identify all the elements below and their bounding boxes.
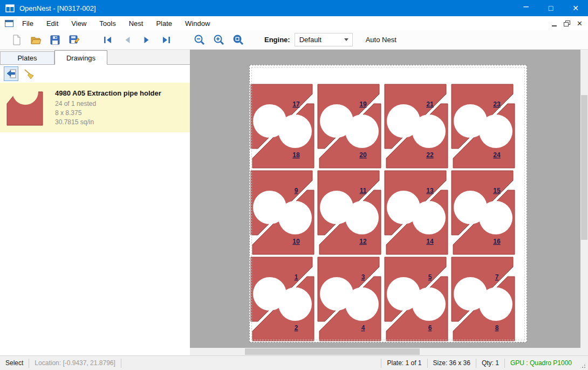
open-folder-icon bbox=[30, 34, 42, 46]
drawing-dimensions: 8 x 8.375 bbox=[55, 109, 161, 118]
nest-canvas[interactable]: 171819202122232491011121314151612345678 bbox=[190, 50, 588, 355]
engine-value: Default bbox=[295, 36, 344, 44]
part-number: 18 bbox=[292, 151, 300, 159]
part-number: 8 bbox=[495, 324, 499, 332]
nest-pair: 910 bbox=[251, 171, 314, 254]
vertical-scrollbar-thumb[interactable] bbox=[581, 95, 587, 240]
title-bar: OpenNest - [N0317-002] – □ ✕ bbox=[0, 0, 588, 16]
auto-nest-button[interactable]: Auto Nest bbox=[361, 32, 401, 47]
status-bar: Select Location: [-0.9437, 21.8796] Plat… bbox=[0, 355, 588, 370]
zoom-fit-button[interactable] bbox=[229, 32, 248, 48]
close-button[interactable]: ✕ bbox=[563, 0, 588, 16]
drawing-title: 4980 A05 Extraction pipe holder bbox=[55, 89, 161, 98]
zoom-fit-icon bbox=[232, 33, 245, 46]
first-plate-button[interactable] bbox=[98, 32, 118, 48]
last-plate-button[interactable] bbox=[156, 32, 176, 48]
menu-item-file[interactable]: File bbox=[16, 17, 40, 30]
zoom-out-button[interactable] bbox=[190, 32, 209, 48]
nav-previous-icon bbox=[121, 34, 133, 46]
main-toolbar: Engine: Default Auto Nest bbox=[0, 30, 588, 50]
horizontal-scrollbar[interactable] bbox=[190, 348, 580, 355]
part-notch bbox=[345, 201, 379, 234]
menu-item-view[interactable]: View bbox=[65, 17, 93, 30]
vertical-scrollbar[interactable] bbox=[580, 50, 588, 348]
nest-pair: 1920 bbox=[318, 84, 381, 168]
nav-next-icon bbox=[141, 34, 153, 46]
broom-icon bbox=[23, 68, 35, 80]
nest-pair: 1112 bbox=[318, 171, 381, 254]
part-notch bbox=[345, 115, 379, 148]
nav-first-icon bbox=[102, 34, 114, 46]
part-number: 2 bbox=[295, 324, 298, 332]
menu-bar: FileEditViewToolsNestPlateWindow ✕ bbox=[0, 16, 588, 30]
zoom-in-button[interactable] bbox=[209, 32, 229, 48]
import-drawing-button[interactable] bbox=[4, 66, 18, 81]
drawing-info: 4980 A05 Extraction pipe holder 24 of 1 … bbox=[55, 89, 161, 127]
zoom-out-icon bbox=[193, 33, 206, 46]
opennest-window: OpenNest - [N0317-002] – □ ✕ FileEditVie… bbox=[0, 0, 588, 370]
new-button[interactable] bbox=[6, 32, 26, 48]
part-notch bbox=[278, 201, 312, 234]
part-number: 13 bbox=[426, 187, 434, 194]
part-number: 20 bbox=[359, 151, 367, 159]
tab-drawings[interactable]: Drawings bbox=[54, 50, 107, 65]
import-drawing-icon bbox=[5, 68, 17, 80]
part-number: 11 bbox=[360, 187, 367, 194]
part-notch bbox=[278, 115, 312, 148]
status-gpu: GPU : Quadro P1000 bbox=[505, 359, 577, 367]
save-button[interactable] bbox=[45, 32, 65, 48]
mdi-minimize-icon[interactable] bbox=[552, 21, 557, 26]
nav-last-icon bbox=[160, 34, 172, 46]
zoom-in-icon bbox=[213, 33, 225, 46]
nest-pair: 2122 bbox=[385, 84, 448, 168]
part-number: 14 bbox=[426, 238, 434, 245]
status-plate: Plate: 1 of 1 bbox=[381, 359, 427, 367]
part-number: 23 bbox=[493, 100, 501, 108]
part-number: 12 bbox=[359, 238, 367, 245]
part-notch bbox=[479, 201, 512, 234]
mdi-child-icon[interactable] bbox=[5, 20, 13, 27]
nest-svg: 171819202122232491011121314151612345678 bbox=[250, 65, 527, 342]
open-button[interactable] bbox=[26, 32, 45, 48]
part-notch bbox=[412, 287, 446, 321]
nest-pair: 1516 bbox=[452, 171, 515, 254]
minimize-button[interactable]: – bbox=[514, 0, 538, 18]
status-mode: Select bbox=[0, 359, 29, 367]
save-edit-button[interactable] bbox=[65, 32, 84, 48]
part-number: 4 bbox=[361, 324, 365, 332]
previous-plate-button[interactable] bbox=[118, 32, 137, 48]
menu-item-window[interactable]: Window bbox=[179, 17, 216, 30]
part-notch bbox=[412, 201, 446, 234]
status-qty: Qty: 1 bbox=[476, 359, 504, 367]
part-notch bbox=[412, 115, 446, 148]
nest-pair: 1718 bbox=[251, 84, 314, 168]
menu-item-plate[interactable]: Plate bbox=[149, 17, 179, 30]
nest-pair: 2324 bbox=[452, 84, 515, 168]
part-number: 21 bbox=[426, 100, 434, 108]
part-notch bbox=[345, 287, 379, 321]
save-icon bbox=[49, 34, 61, 46]
plate-sheet[interactable]: 171819202122232491011121314151612345678 bbox=[249, 65, 527, 342]
drawing-nested-count: 24 of 1 nested bbox=[55, 99, 161, 109]
status-size: Size: 36 x 36 bbox=[428, 359, 476, 367]
menu-item-edit[interactable]: Edit bbox=[40, 17, 65, 30]
nest-pair: 56 bbox=[385, 257, 448, 341]
resize-grip[interactable] bbox=[579, 362, 586, 369]
status-location: Location: [-0.9437, 21.8796] bbox=[29, 359, 120, 367]
tab-plates[interactable]: Plates bbox=[0, 51, 54, 64]
part-notch bbox=[479, 287, 512, 321]
next-plate-button[interactable] bbox=[137, 32, 156, 48]
maximize-button[interactable]: □ bbox=[538, 0, 563, 16]
mdi-restore-icon[interactable] bbox=[564, 21, 570, 26]
clean-button[interactable] bbox=[22, 66, 36, 81]
mdi-close-icon[interactable]: ✕ bbox=[577, 20, 583, 27]
part-number: 9 bbox=[295, 187, 298, 194]
menu-item-nest[interactable]: Nest bbox=[122, 17, 150, 30]
part-number: 1 bbox=[295, 273, 298, 281]
horizontal-scrollbar-thumb[interactable] bbox=[245, 348, 420, 355]
menu-item-tools[interactable]: Tools bbox=[93, 17, 122, 30]
app-icon bbox=[5, 4, 15, 12]
engine-select[interactable]: Default bbox=[295, 33, 353, 46]
part-number: 10 bbox=[292, 238, 300, 245]
drawing-list-item[interactable]: 4980 A05 Extraction pipe holder 24 of 1 … bbox=[0, 83, 190, 132]
